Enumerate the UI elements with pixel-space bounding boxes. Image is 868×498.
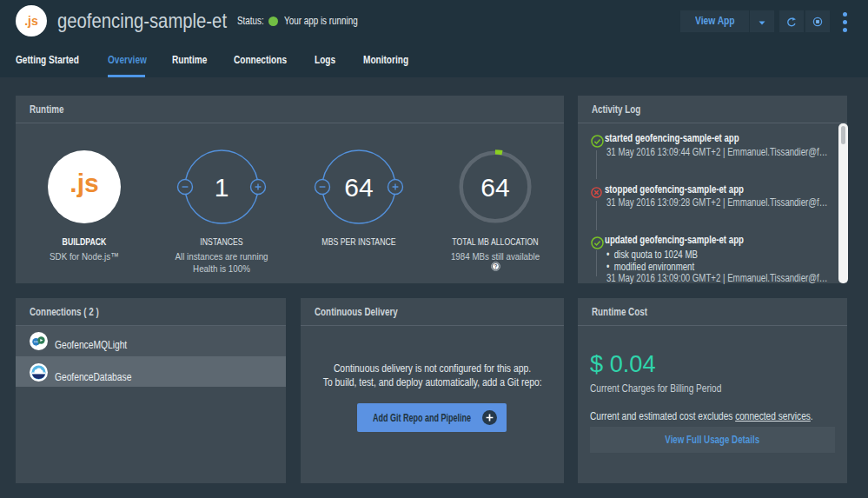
svg-text:?: ? [494, 263, 497, 269]
